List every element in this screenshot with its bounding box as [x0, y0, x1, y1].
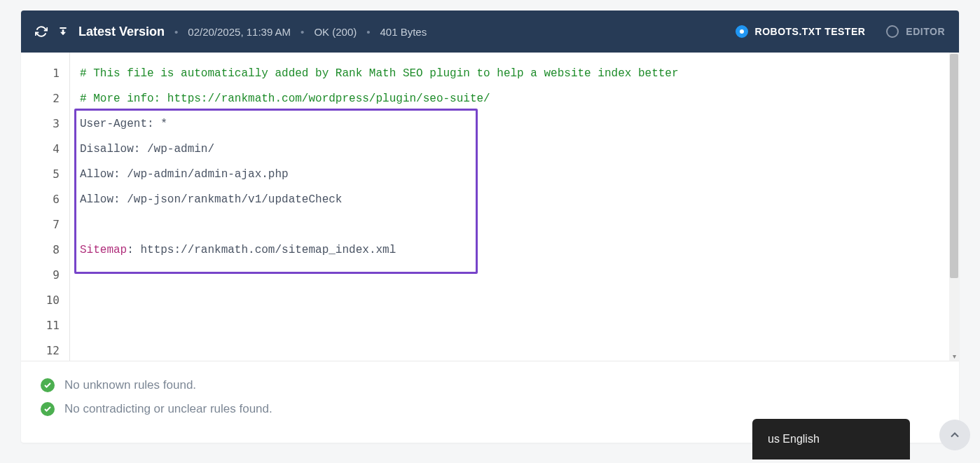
line-number: 1 [21, 61, 69, 86]
code-line-7 [70, 212, 959, 237]
header-left: Latest Version • 02/20/2025, 11:39 AM • … [35, 25, 736, 39]
scroll-thumb[interactable] [950, 54, 958, 278]
download-icon[interactable] [57, 26, 69, 37]
line-gutter: 1 2 3 4 5 6 7 8 9 10 11 12 [21, 53, 70, 361]
separator-dot: • [174, 26, 178, 38]
separator-dot: • [301, 26, 304, 38]
radio-selected-icon [736, 25, 748, 38]
status-row-contradicting: No contradicting or unclear rules found. [41, 402, 939, 416]
code-line-1: # This file is automatically added by Ra… [70, 61, 959, 86]
code-line-5: Allow: /wp-admin/admin-ajax.php [70, 162, 959, 187]
line-number: 5 [21, 162, 69, 187]
language-selector[interactable]: us English [752, 419, 910, 459]
mode-editor-label: EDITOR [906, 26, 945, 37]
line-number: 4 [21, 137, 69, 162]
version-date: 02/20/2025, 11:39 AM [188, 26, 291, 38]
line-number: 6 [21, 187, 69, 212]
code-line-6: Allow: /wp-json/rankmath/v1/updateCheck [70, 187, 959, 212]
sitemap-keyword: Sitemap [80, 244, 127, 256]
code-line-8: Sitemap: https://rankmath.com/sitemap_in… [70, 237, 959, 263]
line-number: 3 [21, 111, 69, 137]
code-line-3: User-Agent: * [70, 111, 959, 137]
version-title: Latest Version [78, 25, 165, 39]
mode-editor[interactable]: EDITOR [886, 25, 945, 38]
mode-robots-tester[interactable]: ROBOTS.TXT TESTER [736, 25, 866, 38]
code-editor[interactable]: 1 2 3 4 5 6 7 8 9 10 11 12 # This file i… [21, 53, 959, 361]
http-status: OK (200) [314, 26, 357, 38]
header-bar: Latest Version • 02/20/2025, 11:39 AM • … [21, 11, 959, 53]
language-label: us English [768, 433, 820, 445]
check-circle-icon [41, 402, 55, 416]
code-pane[interactable]: # This file is automatically added by Ra… [70, 53, 959, 361]
separator-dot: • [366, 26, 370, 38]
radio-unselected-icon [886, 25, 899, 38]
sitemap-value: : https://rankmath.com/sitemap_index.xml [127, 244, 396, 256]
refresh-icon[interactable] [35, 25, 48, 38]
status-text: No contradicting or unclear rules found. [64, 402, 272, 416]
vertical-scrollbar[interactable]: ▾ [949, 53, 959, 361]
mode-tester-label: ROBOTS.TXT TESTER [755, 26, 866, 37]
robots-tester-panel: Latest Version • 02/20/2025, 11:39 AM • … [21, 11, 959, 443]
header-right: ROBOTS.TXT TESTER EDITOR [736, 25, 945, 38]
line-number: 11 [21, 313, 69, 338]
code-line-4: Disallow: /wp-admin/ [70, 137, 959, 162]
line-number: 8 [21, 237, 69, 263]
scroll-to-top-button[interactable] [939, 420, 970, 450]
line-number: 9 [21, 263, 69, 288]
line-number: 7 [21, 212, 69, 237]
check-circle-icon [41, 378, 55, 392]
line-number: 2 [21, 86, 69, 111]
line-number: 12 [21, 338, 69, 364]
scroll-down-arrow-icon[interactable]: ▾ [949, 351, 959, 361]
line-number: 10 [21, 288, 69, 313]
status-text: No unknown rules found. [64, 378, 196, 392]
code-line-2: # More info: https://rankmath.com/wordpr… [70, 86, 959, 111]
status-row-unknown-rules: No unknown rules found. [41, 378, 939, 392]
code-line-9 [70, 263, 959, 288]
file-size: 401 Bytes [380, 26, 427, 38]
